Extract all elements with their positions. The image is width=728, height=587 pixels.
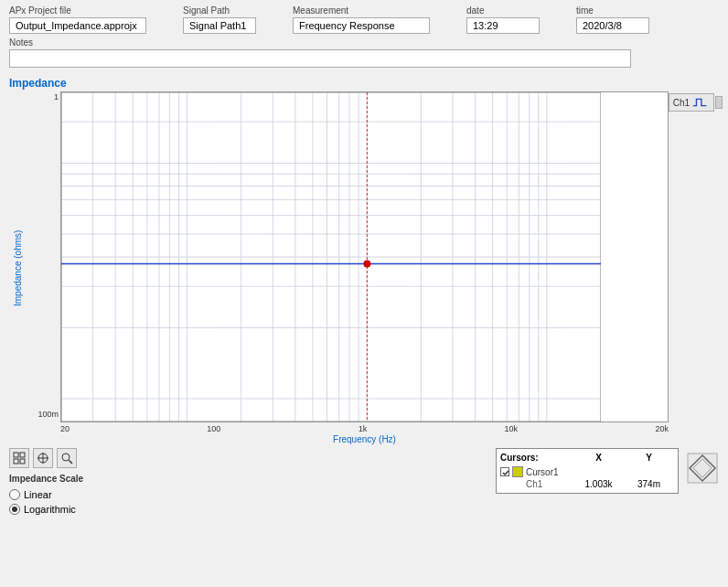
impedance-title: Impedance [0,71,728,91]
notes-input[interactable] [9,49,631,68]
svg-point-7 [62,454,70,461]
radio-linear-circle[interactable] [9,489,20,500]
cursor-ch-x: 1.003k [573,479,624,489]
chart-container: Impedance (ohms) 1 100m 20 100 1k 10k 20… [9,91,719,444]
cursors-col-x: X [573,453,624,463]
toolbar-icons [9,448,83,468]
signal-label: Signal Path [183,5,256,16]
ch1-label: Ch1 [673,98,690,108]
checkbox-check-icon [501,468,510,477]
x-tick-1k: 1k [359,424,368,433]
ch1-button[interactable]: Ch1 [669,93,714,112]
apx-value: Output_Impedance.approjx [9,17,146,34]
graph-wrapper [60,91,669,422]
bottom-panel: Impedance Scale Linear Logarithmic Curso… [0,444,728,518]
cursor1-name: Cursor1 [526,467,559,477]
notes-label: Notes [9,37,719,48]
y-tick-bottom: 100m [37,411,59,419]
radio-logarithmic-circle[interactable] [9,504,20,515]
cursor-icon-button[interactable] [33,448,53,468]
cursors-title: Cursors: [500,453,573,463]
notes-row: Notes [9,37,719,68]
cursor-ch-y: 374m [624,479,674,489]
time-col: time 2020/3/8 [576,5,649,34]
y-axis-ticks: 1 100m [26,91,60,444]
grid-icon-button[interactable] [9,448,29,468]
cursors-col-y: Y [624,453,674,463]
cursor1-checkbox[interactable] [500,467,509,476]
svg-rect-3 [20,459,25,464]
zoom-icon-button[interactable] [57,448,77,468]
svg-rect-2 [14,459,18,464]
ch1-button-group[interactable]: Ch1 [669,93,723,112]
grid-icon [13,452,26,464]
measurement-col: Measurement Frequency Response [293,5,430,34]
cursors-area: Cursors: X Y Cursor1 Ch1 [496,448,719,494]
radio-logarithmic[interactable]: Logarithmic [9,504,83,515]
x-axis-labels: 20 100 1k 10k 20k [60,422,669,433]
svg-rect-9 [688,454,717,483]
time-label: time [576,5,649,16]
x-axis-title: Frequency (Hz) [60,434,669,444]
chart-area: Impedance (ohms) 1 100m 20 100 1k 10k 20… [0,91,728,444]
x-tick-100: 100 [207,424,220,433]
cursors-header: Cursors: X Y [500,453,674,463]
header-row: APx Project file Output_Impedance.approj… [9,5,719,34]
chart-canvas [61,92,601,422]
svg-line-8 [70,461,73,464]
cursor1-color [512,466,523,477]
measurement-label: Measurement [293,5,430,16]
ch1-right-border [715,96,723,109]
svg-rect-0 [14,453,18,457]
measurement-value: Frequency Response [293,17,430,34]
date-value: 13:29 [466,17,540,34]
cursor-row-1: Cursor1 [500,466,674,477]
y-axis-label: Impedance (ohms) [9,91,26,444]
radio-group: Linear Logarithmic [9,489,83,515]
date-col: date 13:29 [466,5,540,34]
date-label: date [466,5,540,16]
cursor-checkbox-area: Cursor1 [500,466,573,477]
cursor-ch-label: Ch1 [500,479,573,489]
x-tick-20: 20 [60,424,70,433]
ch1-wave-icon [691,96,710,109]
signal-value: Signal Path1 [183,17,256,34]
time-value: 2020/3/8 [576,17,649,34]
diamond-icon-button[interactable] [686,452,719,486]
impedance-scale-label: Impedance Scale [9,474,83,484]
apx-project-col: APx Project file Output_Impedance.approj… [9,5,146,34]
svg-rect-1 [20,453,25,457]
radio-logarithmic-label: Logarithmic [24,504,76,515]
header-section: APx Project file Output_Impedance.approj… [0,0,728,71]
x-tick-20k: 20k [655,424,669,433]
ch1-button-area: Ch1 [669,91,719,444]
cursor-ch-row: Ch1 1.003k 374m [500,479,674,489]
cursors-panel: Cursors: X Y Cursor1 Ch1 [496,448,679,494]
apx-label: APx Project file [9,5,146,16]
bottom-left: Impedance Scale Linear Logarithmic [9,448,83,515]
radio-linear-label: Linear [24,489,52,500]
x-tick-10k: 10k [505,424,519,433]
graph-and-xaxis: 20 100 1k 10k 20k Frequency (Hz) [60,91,669,444]
radio-linear[interactable]: Linear [9,489,83,500]
cursor-icon [37,452,49,464]
y-tick-top: 1 [54,93,59,101]
signal-path-col: Signal Path Signal Path1 [183,5,256,34]
zoom-icon [60,452,73,464]
diamond-icon [686,452,719,485]
